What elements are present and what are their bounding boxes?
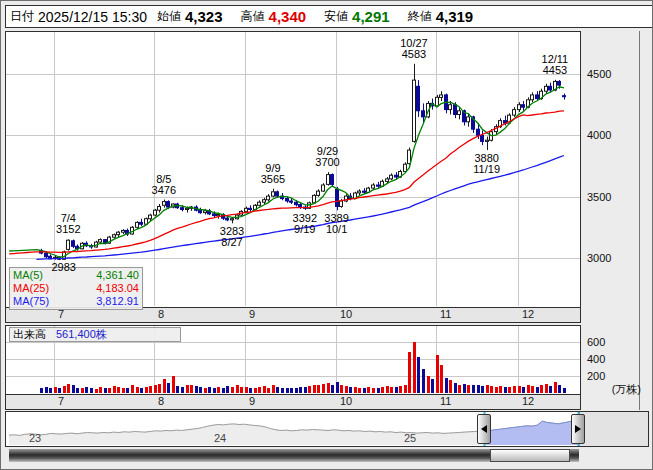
ma75-row: MA(75) 3,812.91 [13,295,139,308]
ma75-label: MA(75) [13,295,49,308]
price-annotation: 2983 [51,262,75,273]
right-arrow-icon [575,425,581,433]
ma25-label: MA(25) [13,282,49,295]
price-axis-tick: 4500 [587,68,611,80]
range-handle-right[interactable] [571,414,585,444]
volume-month-label: 12 [522,395,534,407]
price-annotation: 8/5 3476 [152,174,176,196]
price-month-label: 12 [522,308,534,320]
nav-year-label: 25 [404,432,416,444]
stock-chart-window: 日付 2025/12/15 15:30 始値 4,323 高値 4,340 安値… [0,0,653,470]
price-month-label: 8 [158,308,164,320]
price-axis-tick: 3500 [587,191,611,203]
volume-axis-unit: (万株) [585,382,641,397]
price-annotation: 10/27 4583 [400,38,428,60]
ma25-row: MA(25) 4,183.04 [13,282,139,295]
price-annotation: 9/9 3565 [261,163,285,185]
volume-month-label: 11 [440,395,451,407]
volume-legend: 出来高 561,400株 [9,327,181,342]
volume-month-label: 9 [249,395,255,407]
price-annotation: 12/11 4453 [542,54,569,76]
ma75-value: 3,812.91 [96,295,139,308]
price-month-label: 9 [249,308,255,320]
range-handle-left[interactable] [477,414,491,444]
volume-label: 出来高 [13,328,46,341]
nav-year-label: 24 [214,432,226,444]
price-axis-tick: 3000 [587,252,611,264]
price-month-label: 7 [58,308,64,320]
price-annotation: 9/29 3700 [315,146,339,168]
ma25-value: 4,183.04 [96,282,139,295]
price-annotation: 3283 8/27 [220,226,244,248]
nav-year-label: 23 [29,432,41,444]
ma-legend: MA(5) 4,361.40 MA(25) 4,183.04 MA(75) 3,… [9,267,143,310]
volume-value: 561,400株 [56,328,107,341]
volume-axis-tick: 200 [587,370,605,382]
price-axis-tick: 4000 [587,129,611,141]
price-month-label: 11 [440,308,451,320]
price-annotation: 3880 11/19 [473,153,500,175]
ma5-row: MA(5) 4,361.40 [13,269,139,282]
ma5-label: MA(5) [13,269,43,282]
left-arrow-icon [481,425,487,433]
volume-month-label: 8 [158,395,164,407]
price-annotation: 3389 10/1 [324,213,348,235]
volume-axis-tick: 400 [587,353,605,365]
volume-month-label: 10 [340,395,352,407]
price-annotation: 3392 9/19 [293,213,317,235]
volume-month-label: 7 [58,395,64,407]
volume-axis-tick: 600 [587,336,605,348]
horizontal-scrollbar-thumb[interactable] [490,449,570,462]
price-annotation: 7/4 3152 [56,213,80,235]
price-month-label: 10 [340,308,352,320]
ma5-value: 4,361.40 [96,269,139,282]
